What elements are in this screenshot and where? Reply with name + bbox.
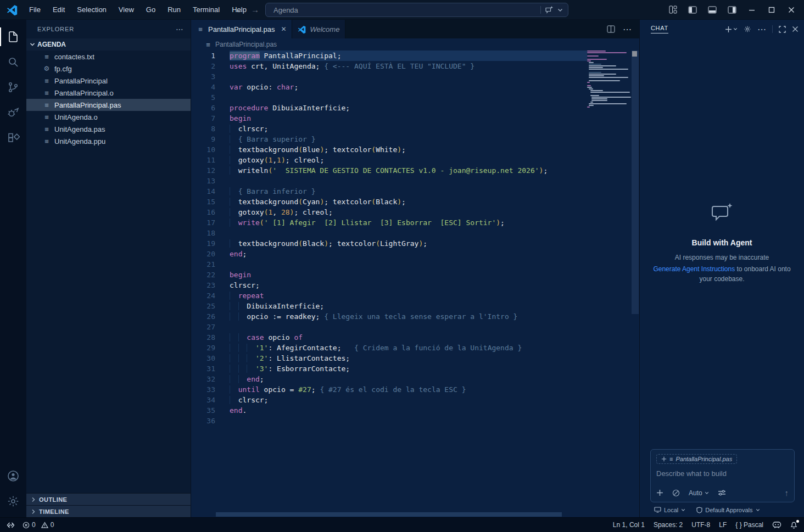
file-PantallaPrincipal.pas[interactable]: ≡PantallaPrincipal.pas [26,99,191,111]
code-line[interactable]: '3': EsborrarContacte; [230,363,587,374]
attach-icon[interactable] [656,489,663,496]
extensions-icon[interactable] [0,125,26,150]
menu-view[interactable]: View [114,3,139,16]
statusbar-ln-1-col-1[interactable]: Ln 1, Col 1 [613,521,645,529]
notifications-bell-icon[interactable] [790,521,797,529]
source-control-icon[interactable] [0,75,26,100]
run-debug-icon[interactable] [0,100,26,125]
code-line[interactable]: end. [230,405,587,416]
statusbar-lf[interactable]: LF [719,521,727,529]
statusbar--pascal[interactable]: { } Pascal [735,521,763,529]
explorer-icon[interactable] [0,24,26,49]
file-contactes.txt[interactable]: ≡contactes.txt [26,51,191,63]
file-UnitAgenda.pas[interactable]: ≡UnitAgenda.pas [26,123,191,135]
tab-pantallaprincipal[interactable]: ≡ PantallaPrincipal.pas ✕ [191,20,292,38]
code-line[interactable] [230,228,587,238]
chat-more-icon[interactable]: ⋯ [757,24,766,35]
chat-maximize-icon[interactable] [779,26,786,33]
chat-tab[interactable]: CHAT [651,25,668,33]
code-editor[interactable]: 1234567891011121314151617181920212223242… [191,51,639,517]
menu-edit[interactable]: Edit [48,3,70,16]
code-line[interactable]: procedure DibuixaInterficie; [230,103,587,113]
code-line[interactable]: write(' [1] Afegir [2] Llistar [3] Esbor… [230,217,587,228]
minimize-button[interactable] [744,3,760,17]
code-line[interactable]: program PantallaPrincipal; [230,51,587,61]
toggle-primary-sidebar-icon[interactable] [684,3,701,17]
code-line[interactable]: repeat [230,290,587,301]
chat-sparkle-icon[interactable] [545,5,554,14]
customize-layout-icon[interactable] [665,3,681,17]
section-timeline[interactable]: TIMELINE [26,505,191,517]
session-target-picker[interactable]: Local [654,507,685,513]
menu-terminal[interactable]: Terminal [188,3,225,16]
remote-indicator[interactable] [7,522,15,529]
file-fp.cfg[interactable]: ⚙fp.cfg [26,63,191,75]
code-line[interactable]: textbackground(Black); textcolor(LightGr… [230,238,587,249]
code-line[interactable]: textbackground(Cyan); textcolor(Black); [230,197,587,207]
close-window-button[interactable] [783,3,800,17]
explorer-more-icon[interactable]: ⋯ [176,25,184,33]
close-tab-icon[interactable]: ✕ [281,25,286,33]
toggle-secondary-sidebar-icon[interactable] [724,3,740,17]
approvals-picker[interactable]: Default Approvals [696,507,760,513]
code-line[interactable]: var opcio: char; [230,82,587,92]
breadcrumb[interactable]: ≡ PantallaPrincipal.pas [191,38,639,51]
nav-forward-icon[interactable]: → [251,5,259,14]
chevron-down-icon[interactable] [557,7,563,13]
chat-settings-gear-icon[interactable] [744,25,751,33]
code-line[interactable]: '2': LlistarContactes; [230,353,587,363]
minimap[interactable] [587,51,631,517]
menu-file[interactable]: File [24,3,46,16]
statusbar-utf-8[interactable]: UTF-8 [691,521,710,529]
tab-welcome[interactable]: Welcome [292,20,345,38]
statusbar-spaces-2[interactable]: Spaces: 2 [654,521,683,529]
menu-go[interactable]: Go [141,3,160,16]
code-line[interactable]: clrscr; [230,395,587,405]
account-icon[interactable] [0,463,26,489]
chat-close-icon[interactable] [792,26,799,32]
code-line[interactable]: '1': AfegirContacte; { Cridem a la funci… [230,343,587,353]
model-picker[interactable]: Auto [689,489,709,497]
code-line[interactable] [230,322,587,332]
folder-agenda[interactable]: AGENDA [26,38,191,51]
code-line[interactable]: end; [230,374,587,384]
code-line[interactable]: gotoxy(1,1); clreol; [230,155,587,165]
menu-run[interactable]: Run [163,3,186,16]
code-line[interactable]: uses crt, UnitAgenda; { <--- AQUÍ ESTÀ E… [230,61,587,71]
vertical-scrollbar[interactable] [631,51,639,517]
vertical-scrollbar-thumb[interactable] [632,51,639,314]
problems-indicator[interactable]: 0 0 [23,521,54,529]
code-line[interactable]: case opcio of [230,332,587,343]
settings-gear-icon[interactable] [0,489,26,514]
command-center-search[interactable]: Agenda [265,3,568,17]
menu-selection[interactable]: Selection [72,3,111,16]
generate-agent-instructions-link[interactable]: Generate Agent Instructions [653,265,735,273]
code-line[interactable] [230,176,587,186]
code-line[interactable]: until opcio = #27; { #27 és el codi de l… [230,384,587,395]
file-PantallaPrincipal[interactable]: ≡PantallaPrincipal [26,75,191,87]
editor-more-icon[interactable]: ⋯ [623,24,632,35]
code-line[interactable] [230,71,587,82]
code-line[interactable]: writeln(' SISTEMA DE GESTIO DE CONTACTES… [230,165,587,176]
file-UnitAgenda.o[interactable]: ≡UnitAgenda.o [26,111,191,123]
copilot-icon[interactable] [772,521,781,529]
code-line[interactable]: { Barra inferior } [230,186,587,197]
code-line[interactable]: begin [230,270,587,280]
section-outline[interactable]: OUTLINE [26,493,191,505]
code-line[interactable]: opcio := readkey; { Llegeix una tecla se… [230,311,587,322]
nav-back-icon[interactable]: ← [235,5,243,14]
code-line[interactable]: textbackground(Blue); textcolor(White); [230,144,587,155]
code-line[interactable] [230,92,587,103]
maximize-button[interactable] [763,3,780,17]
send-button[interactable]: ↑ [785,488,789,497]
code-line[interactable] [230,259,587,270]
code-line[interactable]: clrscr; [230,280,587,290]
file-UnitAgenda.ppu[interactable]: ≡UnitAgenda.ppu [26,135,191,147]
code-line[interactable] [230,416,587,426]
code-line[interactable]: begin [230,113,587,124]
code-line[interactable]: end; [230,249,587,259]
code-line[interactable]: gotoxy(1, 28); clreol; [230,207,587,217]
code-line[interactable]: { Barra superior } [230,134,587,144]
file-PantallaPrincipal.o[interactable]: ≡PantallaPrincipal.o [26,87,191,99]
tune-sliders-icon[interactable] [718,489,726,496]
